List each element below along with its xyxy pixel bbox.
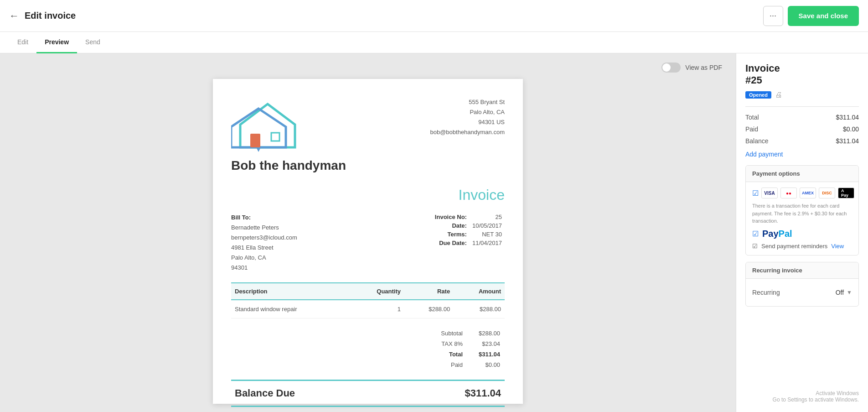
bill-to-label: Bill To: xyxy=(231,214,251,221)
company-email: bob@bobthehandyman.com xyxy=(430,127,505,137)
inv-due-value: 11/04/2017 xyxy=(470,239,505,247)
recurring-field-label: Recurring xyxy=(752,289,780,296)
panel-balance-row: Balance $311.04 xyxy=(745,135,859,147)
bill-to-street: 4981 Ella Street xyxy=(231,243,297,253)
svg-rect-3 xyxy=(271,133,279,141)
panel-balance-value: $311.04 xyxy=(836,137,859,145)
inv-date-value: 10/05/2017 xyxy=(470,221,505,230)
bill-to-name: Bernadette Peters xyxy=(231,223,297,233)
recurring-dropdown[interactable]: Off ▼ xyxy=(836,289,852,296)
panel-total-row: Total $311.04 xyxy=(745,111,859,123)
svg-rect-2 xyxy=(250,134,260,147)
company-address-line1: 555 Bryant St xyxy=(430,97,505,107)
panel-invoice-number: #25 xyxy=(745,74,859,86)
add-payment-link[interactable]: Add payment xyxy=(745,151,783,158)
tab-send[interactable]: Send xyxy=(77,32,108,53)
recurring-header: Recurring invoice xyxy=(746,262,858,279)
company-address-line2: Palo Alto, CA xyxy=(430,107,505,117)
recurring-value: Off xyxy=(836,289,844,296)
panel-total-value: $311.04 xyxy=(836,114,859,121)
item-amount: $288.00 xyxy=(454,300,505,318)
recurring-row: Recurring Off ▼ xyxy=(752,284,852,301)
bill-to-zip: 94301 xyxy=(231,263,297,273)
apple-pay-icon: A Pay xyxy=(838,188,854,198)
balance-due-value: $311.04 xyxy=(465,387,501,399)
save-close-button[interactable]: Save and close xyxy=(788,6,859,26)
invoice-paper: Bob the handyman 555 Bryant St Palo Alto… xyxy=(213,79,523,404)
bill-to-email: bernpeters3@icloud.com xyxy=(231,233,297,243)
logo-area: Bob the handyman xyxy=(231,97,346,173)
right-panel: Invoice #25 Opened 🖨 Total $311.04 Paid … xyxy=(736,53,868,412)
tab-edit[interactable]: Edit xyxy=(9,32,36,53)
inv-terms-label: Terms: xyxy=(432,230,470,239)
reminder-row: ☑ Send payment reminders View xyxy=(752,243,852,250)
view-pdf-toggle: View as PDF xyxy=(661,63,722,73)
panel-balance-label: Balance xyxy=(745,137,769,145)
invoice-word: Invoice xyxy=(231,187,505,203)
page-title: Edit invoice xyxy=(25,10,76,21)
bill-to-city: Palo Alto, CA xyxy=(231,253,297,263)
items-table: Description Quantity Rate Amount Standar… xyxy=(231,282,505,318)
panel-total-label: Total xyxy=(745,114,759,121)
panel-paid-value: $0.00 xyxy=(843,125,859,133)
item-quantity: 1 xyxy=(351,300,404,318)
item-rate: $288.00 xyxy=(404,300,454,318)
topbar-actions: ··· Save and close xyxy=(763,6,859,26)
more-button[interactable]: ··· xyxy=(763,6,783,26)
more-icon: ··· xyxy=(770,11,776,21)
card-check-icon[interactable]: ☑ xyxy=(752,189,759,198)
back-button[interactable]: ← xyxy=(9,10,19,22)
reminder-label: Send payment reminders xyxy=(761,243,827,250)
panel-invoice-title: Invoice xyxy=(745,63,859,74)
paypal-logo-alt: Pal xyxy=(779,229,792,239)
amex-icon: AMEX xyxy=(800,188,816,198)
tax-value: $23.04 xyxy=(467,339,504,349)
company-address: 555 Bryant St Palo Alto, CA 94301 US bob… xyxy=(430,97,505,137)
balance-due-row: Balance Due $311.04 xyxy=(231,380,505,407)
tab-preview[interactable]: Preview xyxy=(36,32,77,53)
bill-section: Bill To: Bernadette Peters bernpeters3@i… xyxy=(231,213,505,273)
tax-label: TAX 8% xyxy=(437,339,466,349)
mastercard-icon: ●● xyxy=(780,188,797,198)
topbar: ← Edit invoice ··· Save and close xyxy=(0,0,868,32)
total-label: Total xyxy=(437,349,466,359)
paypal-row: ☑ PayPal xyxy=(752,229,852,239)
inv-terms-value: NET 30 xyxy=(470,230,505,239)
totals-section: Subtotal $288.00 TAX 8% $23.04 Total $31… xyxy=(231,328,505,370)
main-layout: View as PDF xyxy=(0,53,868,412)
item-description: Standard window repair xyxy=(231,300,351,318)
total-value: $311.04 xyxy=(467,349,504,359)
inv-date-label: Date: xyxy=(432,221,470,230)
fee-text: There is a transaction fee for each card… xyxy=(752,202,852,225)
col-description: Description xyxy=(231,283,351,300)
tabbar: Edit Preview Send xyxy=(0,32,868,53)
panel-paid-row: Paid $0.00 xyxy=(745,123,859,135)
col-quantity: Quantity xyxy=(351,283,404,300)
paypal-logo: PayPal xyxy=(762,229,792,239)
payment-options-section: Payment options ☑ VISA ●● AMEX DISC A Pa… xyxy=(745,165,859,256)
discover-icon: DISC xyxy=(819,188,835,198)
company-name: Bob the handyman xyxy=(231,158,346,173)
pdf-toggle-switch[interactable] xyxy=(661,63,681,73)
subtotal-label: Subtotal xyxy=(437,329,466,338)
print-icon[interactable]: 🖨 xyxy=(775,91,782,99)
invoice-details: Invoice No: 25 Date: 10/05/2017 Terms: N… xyxy=(432,213,505,273)
inv-no-value: 25 xyxy=(470,213,505,221)
invoice-header: Bob the handyman 555 Bryant St Palo Alto… xyxy=(231,97,505,173)
preview-area: View as PDF xyxy=(0,53,736,412)
paypal-check-icon[interactable]: ☑ xyxy=(752,229,759,238)
toggle-knob xyxy=(662,63,671,72)
reminder-view-link[interactable]: View xyxy=(831,243,844,250)
company-logo xyxy=(231,97,300,152)
company-address-line3: 94301 US xyxy=(430,117,505,127)
payment-options-header: Payment options xyxy=(746,166,858,182)
table-row: Standard window repair 1 $288.00 $288.00 xyxy=(231,300,505,318)
inv-no-label: Invoice No: xyxy=(432,213,470,221)
reminder-check-icon[interactable]: ☑ xyxy=(752,243,758,250)
balance-due-label: Balance Due xyxy=(235,387,295,399)
divider-1 xyxy=(745,106,859,107)
visa-icon: VISA xyxy=(761,188,778,198)
subtotal-value: $288.00 xyxy=(467,329,504,338)
svg-marker-4 xyxy=(256,147,261,152)
recurring-section: Recurring invoice Recurring Off ▼ xyxy=(745,262,859,307)
